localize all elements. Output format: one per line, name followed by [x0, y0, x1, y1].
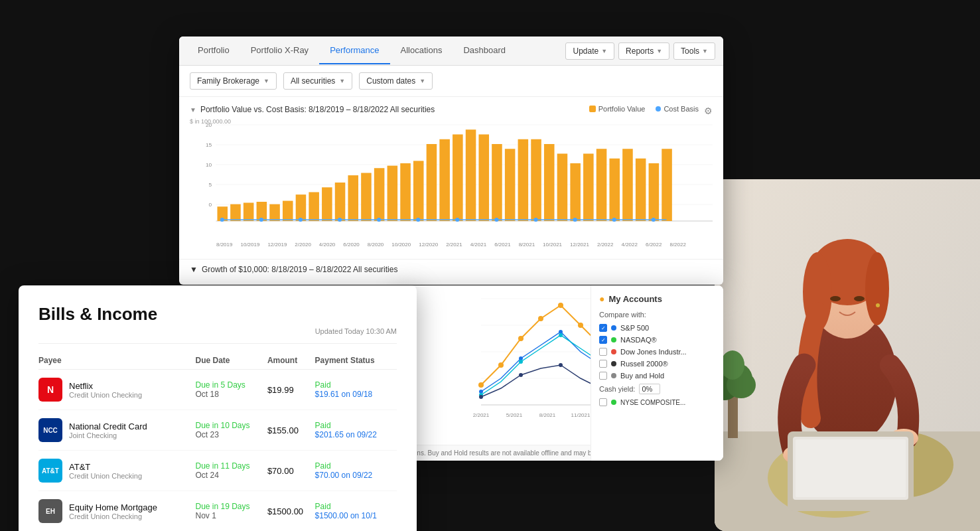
y-axis-label: $ in 100,000.00 [190, 118, 231, 125]
svg-rect-43 [636, 159, 646, 221]
bills-divider [38, 343, 397, 344]
svg-text:10: 10 [206, 162, 212, 168]
nyse-checkbox[interactable] [599, 398, 607, 406]
ehm-logo: EH [38, 499, 62, 523]
ncc-amount: $155.00 [267, 425, 299, 435]
securities-filter-arrow-icon: ▼ [339, 78, 345, 84]
update-button[interactable]: Update ▼ [565, 42, 614, 60]
payee-cell-att: AT&T AT&T Credit Union Checking [38, 459, 195, 483]
svg-point-67 [558, 303, 563, 308]
dow-dot-icon [611, 349, 616, 354]
ncc-payment-status: Paid [315, 421, 397, 430]
att-due-label: Due in 11 Days [195, 461, 267, 471]
svg-point-55 [573, 218, 577, 222]
table-row: AT&T AT&T Credit Union Checking Due in 1… [38, 451, 397, 491]
netflix-payment-status: Paid [315, 380, 397, 390]
table-row: NCC National Credit Card Joint Checking … [38, 410, 397, 451]
svg-rect-38 [570, 163, 581, 221]
svg-rect-18 [309, 192, 319, 222]
att-name: AT&T [69, 462, 142, 472]
svg-rect-44 [649, 163, 660, 221]
table-row: EH Equity Home Mortgage Credit Union Che… [38, 491, 397, 532]
nyse-label: NYSE COMPOSITE... [620, 399, 685, 406]
update-arrow-icon: ▼ [601, 48, 607, 54]
account-filter-arrow-icon: ▼ [263, 78, 269, 84]
ncc-due-label: Due in 10 Days [195, 421, 267, 430]
growth-section: ▼ Growth of $10,000: 8/18/2019 – 8/18/20… [179, 259, 723, 285]
tab-portfolio[interactable]: Portfolio [187, 37, 240, 64]
svg-rect-33 [505, 149, 516, 221]
svg-point-65 [518, 336, 524, 341]
account-filter[interactable]: Family Brokerage ▼ [190, 72, 277, 90]
dates-filter-arrow-icon: ▼ [419, 78, 425, 84]
svg-point-50 [377, 218, 381, 222]
reports-button[interactable]: Reports ▼ [618, 42, 669, 60]
netflix-payment-link[interactable]: $19.61 on 09/18 [315, 390, 397, 399]
tab-allocations[interactable]: Allocations [390, 37, 453, 64]
performance-panel: Portfolio Portfolio X-Ray Performance Al… [179, 37, 723, 285]
att-due-sub: Oct 24 [195, 471, 267, 480]
netflix-due-label: Due in 5 Days [195, 380, 267, 390]
portfolio-value-legend-color [589, 106, 596, 112]
nasdaq-checkbox[interactable]: ✓ [599, 336, 607, 344]
svg-point-49 [338, 218, 342, 222]
svg-text:15: 15 [206, 142, 212, 148]
buyhold-checkbox[interactable] [599, 372, 607, 380]
svg-rect-34 [518, 139, 529, 221]
ehm-account: Credit Union Checking [69, 512, 157, 520]
legend-cost-basis: Cost Basis [656, 105, 699, 113]
ncc-due-sub: Oct 23 [195, 430, 267, 439]
svg-rect-17 [296, 194, 307, 221]
tab-performance[interactable]: Performance [319, 37, 389, 64]
svg-point-110 [876, 303, 880, 307]
bills-updated: Updated Today 10:30 AM [38, 327, 397, 335]
securities-filter[interactable]: All securities ▼ [283, 72, 352, 90]
compare-buyhold: Buy and Hold [599, 372, 715, 380]
russell-checkbox[interactable] [599, 360, 607, 368]
cash-yield-row: Cash yield: [599, 384, 715, 394]
bills-panel: Bills & Income Updated Today 10:30 AM Pa… [19, 285, 417, 531]
chart2-chevron-icon[interactable]: ▼ [190, 265, 198, 274]
tab-portfolio-xray[interactable]: Portfolio X-Ray [240, 37, 319, 64]
svg-rect-32 [492, 144, 502, 221]
chart1-title: ▼ Portfolio Value vs. Cost Basis: 8/18/2… [190, 105, 435, 114]
svg-rect-42 [622, 149, 633, 221]
ehm-due-sub: Nov 1 [195, 511, 267, 520]
netflix-due-sub: Oct 18 [195, 390, 267, 399]
ncc-logo: NCC [38, 418, 62, 442]
table-row: N Netflix Credit Union Checking Due in 5… [38, 370, 397, 410]
ehm-payment-link[interactable]: $1500.00 on 10/1 [315, 511, 397, 520]
cash-yield-input[interactable] [639, 384, 660, 394]
tools-button[interactable]: Tools ▼ [673, 42, 715, 60]
ehm-amount: $1500.00 [267, 506, 303, 516]
nasdaq-dot-icon [611, 337, 616, 342]
dow-checkbox[interactable] [599, 348, 607, 356]
ehm-name: Equity Home Mortgage [69, 502, 157, 512]
tab-dashboard[interactable]: Dashboard [453, 37, 516, 64]
svg-point-51 [416, 218, 420, 222]
svg-point-63 [478, 382, 484, 388]
growth-panel-inner: 2/2021 5/2021 8/2021 11/2021 2/2022 5/20… [398, 285, 723, 445]
svg-point-81 [559, 333, 563, 337]
reports-arrow-icon: ▼ [656, 48, 662, 54]
svg-rect-15 [269, 204, 280, 221]
svg-rect-27 [427, 144, 437, 221]
chart1-settings-icon[interactable]: ⚙ [704, 106, 713, 116]
dates-filter[interactable]: Custom dates ▼ [359, 72, 433, 90]
sp500-checkbox[interactable]: ✓ [599, 324, 607, 332]
svg-point-108 [830, 296, 841, 301]
svg-point-52 [455, 218, 459, 222]
att-payment-link[interactable]: $70.00 on 09/22 [315, 471, 397, 480]
growth-panel: 2/2021 5/2021 8/2021 11/2021 2/2022 5/20… [398, 285, 723, 461]
svg-rect-23 [374, 168, 385, 221]
chart1-chevron-icon[interactable]: ▼ [190, 106, 196, 114]
compare-sp500: ✓ S&P 500 [599, 324, 715, 332]
col-payment-status: Payment Status [315, 352, 397, 370]
svg-text:5: 5 [209, 182, 212, 188]
payee-cell-ncc: NCC National Credit Card Joint Checking [38, 418, 195, 442]
col-due-date: Due Date [195, 352, 267, 370]
ncc-payment-link[interactable]: $201.65 on 09/22 [315, 430, 397, 439]
svg-text:0: 0 [209, 202, 212, 208]
person-illustration [715, 179, 980, 531]
svg-point-87 [559, 363, 563, 367]
